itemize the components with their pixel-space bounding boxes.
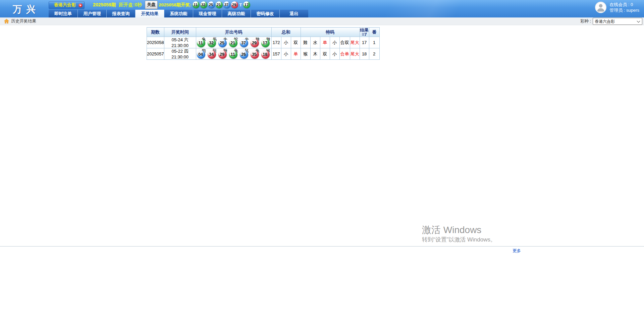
- sum-cell: 172: [271, 37, 281, 48]
- tab-report-query[interactable]: 报表查询: [106, 10, 135, 17]
- special-size-cell: 小: [330, 48, 339, 60]
- last-draw-label: 2025058期开奖:: [159, 2, 192, 8]
- lottery-ball: 21: [216, 1, 223, 8]
- balls-wrap: 兔11馬32牛25蛇21牛37雞29雞17: [196, 37, 271, 48]
- nav-tabs: 即时注单用户管理报表查询开奖结果系统功能现金管理高级功能密码修改退出: [49, 10, 308, 17]
- lottery-ball: 17: [261, 39, 270, 47]
- numbers-cell: 狗04龍34雞29兔11鼠26兔35猴18: [196, 48, 271, 60]
- lottery-ball: 21: [229, 39, 237, 47]
- tab-cash-management[interactable]: 现金管理: [193, 10, 222, 17]
- ball-group: 兔11: [196, 37, 207, 48]
- lottery-ball: 29: [251, 39, 259, 47]
- lottery-select-button[interactable]: 香港六合彩: [49, 1, 85, 9]
- tab-instant-bets[interactable]: 即时注单: [49, 10, 77, 17]
- tab-password-change[interactable]: 密码修改: [251, 10, 279, 17]
- col-header-fan: 番: [369, 28, 379, 37]
- time-cell: 05-22 四 21:30:00: [164, 48, 196, 60]
- col-header-result: 结果 =7: [360, 28, 369, 37]
- close-market-button[interactable]: 关盘: [145, 1, 158, 9]
- sum-parity-cell: 单: [291, 48, 301, 60]
- result-cell: 18: [360, 48, 369, 60]
- tab-user-management[interactable]: 用户管理: [77, 10, 106, 17]
- lottery-select-label: 香港六合彩: [54, 2, 76, 8]
- col-header-numbers: 开出号码: [196, 28, 271, 37]
- lottery-ball: 37: [223, 1, 230, 8]
- lottery-type-select-wrap: 香港六合彩: [593, 18, 642, 25]
- ball-group: 兔11: [228, 48, 239, 59]
- lottery-ball: 34: [208, 50, 216, 59]
- ball-separator: T: [239, 2, 243, 7]
- balls-wrap: 狗04龍34雞29兔11鼠26兔35猴18: [196, 48, 271, 59]
- top-header: 万兴 香港六合彩 2025059期 距开盘:0秒 关盘 2025058期开奖: …: [0, 0, 644, 17]
- tab-system-functions[interactable]: 系统功能: [164, 10, 193, 17]
- table-header-row: 期数 开奖时间 开出号码 总和 特码 结果 =7 番: [147, 28, 380, 37]
- special-combo-cell: 合双: [339, 37, 350, 48]
- lottery-ball: 04: [197, 50, 205, 59]
- special-zodiac-cell: 雞: [301, 37, 310, 48]
- ball-group: 雞29: [218, 48, 228, 59]
- countdown-text: 距开盘:0秒: [119, 2, 142, 8]
- results-table: 期数 开奖时间 开出号码 总和 特码 结果 =7 番 202505805-24 …: [147, 27, 380, 60]
- fan-cell: 2: [369, 48, 379, 60]
- person-icon: [596, 2, 606, 12]
- ball-group: 蛇21: [228, 37, 239, 48]
- lottery-ball: 11: [193, 1, 200, 8]
- ball-group: 猴18: [261, 48, 271, 59]
- lottery-ball: 32: [200, 1, 207, 8]
- user-avatar-icon: [595, 2, 606, 13]
- lottery-ball: 26: [240, 50, 248, 59]
- admin-name-text: 管理员 : supers: [609, 7, 639, 13]
- windows-activation-watermark-line2: 转到“设置”以激活 Windows。: [422, 236, 496, 243]
- results-tbody: 202505805-24 六 21:30:00兔11馬32牛25蛇21牛37雞2…: [147, 37, 380, 60]
- col-header-special: 特码: [301, 28, 360, 37]
- dropdown-arrow-icon: [78, 3, 83, 7]
- special-size-cell: 小: [330, 37, 339, 48]
- issue-cell: 2025058: [147, 37, 164, 48]
- ball-group: 牛37: [239, 37, 250, 48]
- screen: 万兴 香港六合彩 2025059期 距开盘:0秒 关盘 2025058期开奖: …: [0, 0, 644, 314]
- sum-parity-cell: 双: [291, 37, 301, 48]
- lottery-ball: 35: [251, 50, 259, 59]
- sum-size-cell: 小: [281, 48, 291, 60]
- lottery-ball: 11: [229, 50, 237, 59]
- result-cell: 17: [360, 37, 369, 48]
- numbers-cell: 兔11馬32牛25蛇21牛37雞29雞17: [196, 37, 271, 48]
- more-link[interactable]: 更多: [513, 248, 521, 254]
- special-parity-cell: 单: [320, 37, 330, 48]
- ball-group: 牛25: [218, 37, 228, 48]
- table-row: 202505705-22 四 21:30:00狗04龍34雞29兔11鼠26兔3…: [147, 48, 380, 60]
- col-header-result-line2: =7: [360, 32, 369, 37]
- special-combo-cell: 合单: [339, 48, 350, 60]
- col-header-time: 开奖时间: [164, 28, 196, 37]
- windows-activation-watermark-line1: 激活 Windows: [422, 224, 481, 236]
- top-controls: 香港六合彩 2025059期 距开盘:0秒 关盘 2025058期开奖: 113…: [49, 0, 250, 10]
- ball-group: 龍34: [207, 48, 218, 59]
- lottery-ball: 25: [208, 1, 215, 8]
- lottery-type-filter: 彩种 : 香港六合彩: [580, 18, 642, 25]
- tab-advanced-functions[interactable]: 高级功能: [222, 10, 251, 17]
- tab-logout[interactable]: 退出: [279, 10, 308, 17]
- issue-cell: 2025057: [147, 48, 164, 60]
- special-element-cell: 水: [310, 37, 320, 48]
- ball-group: 馬32: [207, 37, 218, 48]
- online-members-text: 在线会员 : 0: [609, 2, 639, 7]
- lottery-ball: 25: [218, 39, 227, 47]
- page-title: 历史开奖结果: [11, 18, 36, 24]
- special-tail-cell: 尾大: [350, 48, 360, 60]
- col-header-issue: 期数: [147, 28, 164, 37]
- lottery-type-select[interactable]: 香港六合彩: [593, 18, 642, 25]
- lottery-ball: 29: [218, 50, 227, 59]
- user-lines: 在线会员 : 0 管理员 : supers: [609, 2, 639, 13]
- header-balls: 113225213729T17: [193, 1, 251, 8]
- tab-draw-results[interactable]: 开奖结果: [135, 10, 164, 17]
- fan-cell: 1: [369, 37, 379, 48]
- time-cell: 05-24 六 21:30:00: [164, 37, 196, 48]
- lottery-ball: 17: [243, 1, 250, 8]
- current-issue-text: 2025059期: [93, 2, 116, 8]
- ball-group: 鼠26: [239, 48, 250, 59]
- lottery-ball: 37: [240, 39, 248, 47]
- special-parity-cell: 双: [320, 48, 330, 60]
- col-header-result-line1: 结果: [360, 28, 369, 32]
- lottery-ball: 32: [208, 39, 216, 47]
- footer-divider: [0, 246, 644, 246]
